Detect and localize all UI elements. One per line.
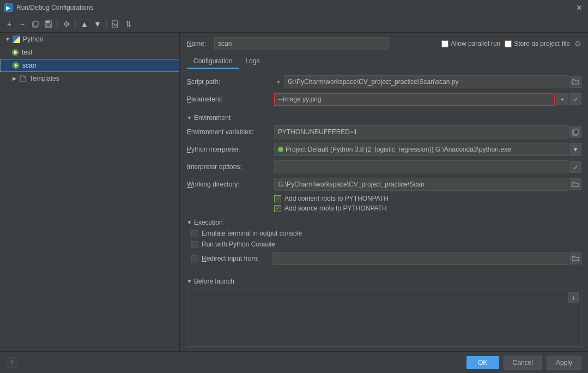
- before-launch-content: +: [187, 290, 581, 347]
- config-gear-icon[interactable]: ⚙: [574, 39, 581, 48]
- tree-label-test: test: [22, 49, 32, 56]
- bottom-bar: ? OK Cancel Apply: [0, 351, 588, 373]
- add-content-roots-checkbox[interactable]: [274, 195, 281, 202]
- add-content-roots-row: Add content roots to PYTHONPATH: [274, 195, 581, 202]
- store-project-label: Store as project file: [514, 40, 570, 47]
- templates-icon: [19, 74, 27, 83]
- environment-title: Environment: [194, 114, 231, 122]
- tree-item-test[interactable]: test: [0, 46, 179, 59]
- move-up-button[interactable]: ▲: [78, 18, 90, 30]
- working-directory-row: Working directory:: [187, 177, 581, 191]
- before-launch-title: Before launch: [194, 278, 234, 285]
- copy-config-button[interactable]: [29, 18, 41, 30]
- interpreter-dropdown-btn[interactable]: ▼: [569, 143, 581, 156]
- svg-rect-6: [46, 24, 51, 27]
- add-source-roots-row: Add source roots to PYTHONPATH: [274, 204, 581, 212]
- tree-item-scan[interactable]: scan: [0, 59, 179, 72]
- save-config-button[interactable]: [43, 18, 54, 30]
- tree-item-python[interactable]: ▼ Python: [0, 33, 179, 46]
- env-variables-copy-btn[interactable]: [569, 126, 581, 138]
- execution-arrow[interactable]: ▼: [187, 220, 192, 225]
- help-button[interactable]: ?: [7, 357, 17, 368]
- execution-section-header: ▼ Execution: [187, 219, 581, 226]
- env-variables-row: Environment variables:: [187, 125, 581, 139]
- remove-config-button[interactable]: −: [16, 18, 28, 30]
- script-path-input[interactable]: [284, 75, 568, 88]
- store-project-input[interactable]: [505, 40, 512, 47]
- execution-title: Execution: [194, 219, 223, 226]
- parameters-add-btn[interactable]: +: [556, 93, 568, 105]
- emulate-terminal-checkbox[interactable]: [191, 230, 198, 237]
- tab-logs[interactable]: Logs: [239, 55, 266, 69]
- tree-label-python: Python: [23, 35, 43, 43]
- working-directory-folder-btn[interactable]: [569, 178, 581, 190]
- svg-text:▶: ▶: [6, 5, 11, 11]
- settings-button[interactable]: ⚙: [60, 18, 72, 30]
- close-button[interactable]: ✕: [575, 3, 584, 12]
- tree-arrow-python: ▼: [4, 36, 11, 43]
- toolbar-separator-3: [106, 20, 107, 28]
- tab-configuration[interactable]: Configuration: [187, 55, 239, 69]
- toolbar-separator-1: [57, 20, 58, 28]
- import-button[interactable]: [110, 18, 122, 30]
- main-content: ▼ Python test scan: [0, 33, 588, 351]
- redirect-input-row: Redirect input from:: [191, 251, 581, 266]
- name-label: Name:: [187, 40, 214, 47]
- script-path-folder-btn[interactable]: [569, 76, 581, 88]
- interpreter-content: Project Default (Python 3.8 (2_logistic_…: [274, 143, 568, 156]
- redirect-input-label: Redirect input from:: [202, 255, 272, 262]
- add-content-roots-label: Add content roots to PYTHONPATH: [284, 195, 389, 202]
- tree-item-templates[interactable]: ▶ Templates: [0, 72, 179, 85]
- tree-label-templates: Templates: [29, 75, 59, 82]
- svg-rect-13: [574, 129, 578, 134]
- parallel-run-checkbox[interactable]: Allow parallel run: [441, 40, 500, 47]
- run-python-console-checkbox[interactable]: [191, 241, 198, 248]
- parallel-run-input[interactable]: [441, 40, 448, 47]
- parallel-run-label: Allow parallel run: [451, 40, 500, 47]
- interpreter-text: Project Default (Python 3.8 (2_logistic_…: [286, 146, 511, 153]
- scan-run-icon: [11, 61, 20, 70]
- add-config-button[interactable]: +: [3, 18, 15, 30]
- environment-arrow[interactable]: ▼: [187, 115, 192, 121]
- right-controls: Allow parallel run Store as project file…: [441, 39, 581, 48]
- interpreter-options-input[interactable]: [274, 160, 568, 173]
- store-project-checkbox[interactable]: Store as project file: [505, 40, 570, 47]
- toolbar-separator-2: [75, 20, 76, 28]
- app-icon: ▶: [4, 3, 13, 12]
- svg-rect-5: [46, 21, 50, 23]
- before-launch-add-btn[interactable]: +: [568, 292, 579, 303]
- parameters-label: Parameters:: [187, 95, 274, 103]
- redirect-input-folder-btn[interactable]: [569, 252, 581, 264]
- add-source-roots-checkbox[interactable]: [274, 205, 281, 212]
- parameters-expand-btn[interactable]: ⤢: [569, 93, 581, 105]
- sort-button[interactable]: ⇅: [123, 18, 135, 30]
- interpreter-options-expand-btn[interactable]: ⤢: [569, 161, 581, 173]
- interpreter-row: Python interpreter: Project Default (Pyt…: [187, 142, 581, 157]
- left-panel: ▼ Python test scan: [0, 33, 180, 351]
- redirect-input-checkbox[interactable]: [191, 255, 198, 262]
- add-source-roots-label: Add source roots to PYTHONPATH: [284, 204, 387, 212]
- interpreter-options-row: Interpreter options: ⤢: [187, 160, 581, 174]
- cancel-button[interactable]: Cancel: [504, 356, 542, 370]
- tabs-row: Configuration Logs: [187, 55, 581, 69]
- env-variables-input[interactable]: [274, 125, 568, 139]
- interpreter-status-dot: [278, 147, 283, 152]
- script-path-row: Script path: ▼: [187, 75, 581, 89]
- environment-section-header: ▼ Environment: [187, 114, 581, 122]
- python-group-icon: [12, 35, 21, 44]
- before-launch-arrow[interactable]: ▼: [187, 279, 192, 284]
- redirect-input-input[interactable]: [272, 252, 568, 265]
- parameters-input[interactable]: [274, 93, 555, 106]
- name-input[interactable]: [214, 37, 389, 50]
- working-directory-input[interactable]: [274, 178, 568, 191]
- script-path-arrow[interactable]: ▼: [274, 77, 283, 86]
- ok-button[interactable]: OK: [466, 356, 499, 369]
- working-directory-label: Working directory:: [187, 181, 274, 188]
- apply-button[interactable]: Apply: [547, 356, 581, 370]
- title-bar: ▶ Run/Debug Configurations ✕: [0, 0, 588, 15]
- tree-label-scan: scan: [22, 62, 36, 69]
- move-down-button[interactable]: ▼: [92, 18, 104, 30]
- right-panel: Name: Allow parallel run Store as projec…: [180, 33, 588, 351]
- run-python-console-label: Run with Python Console: [202, 240, 275, 248]
- env-variables-label: Environment variables:: [187, 128, 274, 136]
